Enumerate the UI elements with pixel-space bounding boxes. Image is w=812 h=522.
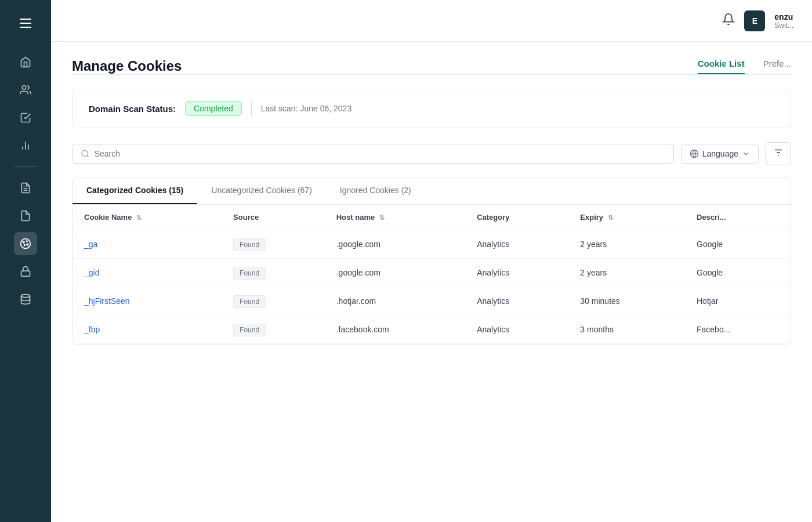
sidebar-item-tasks[interactable] — [14, 106, 37, 129]
cookie-host-cell: .google.com — [325, 259, 465, 287]
cookie-name-cell[interactable]: _fbp — [72, 316, 222, 344]
svg-point-13 — [24, 245, 26, 246]
status-divider — [251, 102, 252, 115]
cookie-desc-cell: Facebo... — [685, 316, 791, 344]
last-scan-info: Last scan: June 06, 2023 — [261, 104, 351, 113]
svg-point-11 — [27, 241, 28, 242]
cookie-category-cell: Analytics — [465, 316, 568, 344]
language-label: Language — [702, 149, 738, 158]
cookie-desc-cell: Google — [685, 230, 791, 259]
sort-icon-expiry: ⇅ — [608, 214, 613, 222]
notification-bell[interactable] — [722, 13, 735, 29]
tab-categorized-cookies[interactable]: Categorized Cookies (15) — [72, 177, 197, 204]
search-input[interactable] — [95, 149, 665, 158]
sidebar-item-cookies[interactable] — [14, 232, 37, 255]
domain-scan-status-card: Domain Scan Status: Completed Last scan:… — [72, 89, 791, 128]
page-tabs: Cookie List Prefe... — [698, 59, 791, 74]
svg-point-10 — [23, 241, 24, 243]
tab-ignored-cookies[interactable]: Ignored Cookies (2) — [326, 177, 425, 204]
tab-preferences[interactable]: Prefe... — [763, 59, 791, 74]
language-filter[interactable]: Language — [681, 144, 759, 164]
table-row: _fbp Found .facebook.com Analytics 3 mon… — [72, 316, 791, 344]
cookie-source-cell: Found — [222, 287, 325, 316]
cookie-host-cell: .facebook.com — [325, 316, 465, 344]
col-cookie-name[interactable]: Cookie Name ⇅ — [72, 205, 222, 230]
tab-divider — [72, 74, 791, 75]
search-filter-row: Language — [72, 142, 791, 165]
col-source: Source — [222, 205, 325, 230]
main-content: E enzu Swit... Manage Cookies Cookie Lis… — [51, 0, 812, 522]
cookie-desc-cell: Google — [685, 259, 791, 287]
cookie-name-cell[interactable]: _ga — [72, 230, 222, 259]
sidebar-item-home[interactable] — [14, 50, 37, 74]
cookie-category-cell: Analytics — [465, 230, 568, 259]
cookie-expiry-cell: 2 years — [568, 230, 685, 259]
cookie-source-cell: Found — [222, 259, 325, 287]
search-input-wrap[interactable] — [72, 144, 674, 164]
header: E enzu Swit... — [51, 0, 812, 42]
table-row: _gid Found .google.com Analytics 2 years… — [72, 259, 791, 287]
source-badge: Found — [233, 267, 266, 280]
cookie-category-tabs: Categorized Cookies (15) Uncategorized C… — [72, 177, 791, 205]
scan-status-label: Domain Scan Status: — [89, 104, 176, 114]
cookie-desc-cell: Hotjar — [685, 287, 791, 316]
menu-icon[interactable] — [14, 12, 37, 37]
cookie-source-cell: Found — [222, 230, 325, 259]
cookies-table: Cookie Name ⇅ Source Host name ⇅ Categor… — [72, 205, 791, 344]
cookie-category-cell: Analytics — [465, 259, 568, 287]
sidebar — [0, 0, 51, 522]
user-info: enzu Swit... — [774, 12, 793, 30]
svg-rect-2 — [20, 27, 31, 28]
sidebar-item-database[interactable] — [14, 288, 37, 311]
cookie-source-cell: Found — [222, 316, 325, 344]
cookie-expiry-cell: 3 months — [568, 316, 685, 344]
cookie-expiry-cell: 2 years — [568, 259, 685, 287]
svg-rect-0 — [20, 19, 31, 20]
tab-cookie-list[interactable]: Cookie List — [698, 59, 745, 74]
svg-line-17 — [87, 155, 89, 157]
sidebar-item-analytics[interactable] — [14, 134, 37, 157]
sort-icon-host: ⇅ — [379, 214, 385, 222]
sidebar-item-reports[interactable] — [14, 176, 37, 200]
header-actions: E enzu Swit... — [722, 10, 793, 31]
user-avatar[interactable]: E — [744, 10, 765, 31]
cookie-expiry-cell: 30 minutes — [568, 287, 685, 316]
table-row: _hjFirstSeen Found .hotjar.com Analytics… — [72, 287, 791, 316]
table-header-row: Cookie Name ⇅ Source Host name ⇅ Categor… — [72, 205, 791, 230]
svg-rect-1 — [20, 23, 31, 24]
svg-rect-14 — [21, 271, 30, 276]
source-badge: Found — [233, 324, 266, 336]
filter-button[interactable] — [766, 142, 791, 165]
cookie-table-wrap: Categorized Cookies (15) Uncategorized C… — [72, 177, 791, 345]
cookie-name-cell[interactable]: _gid — [72, 259, 222, 287]
cookie-category-cell: Analytics — [465, 287, 568, 316]
col-host-name[interactable]: Host name ⇅ — [325, 205, 465, 230]
sidebar-item-users[interactable] — [14, 78, 37, 102]
sidebar-item-documents[interactable] — [14, 204, 37, 227]
svg-point-16 — [82, 150, 88, 156]
page-content: Manage Cookies Cookie List Prefe... Doma… — [51, 42, 812, 522]
svg-point-9 — [21, 239, 31, 249]
tab-uncategorized-cookies[interactable]: Uncategorized Cookies (67) — [197, 177, 326, 204]
cookie-host-cell: .google.com — [325, 230, 465, 259]
search-icon — [81, 149, 90, 158]
col-description: Descri... — [685, 205, 791, 230]
col-expiry[interactable]: Expiry ⇅ — [568, 205, 685, 230]
page-title: Manage Cookies — [72, 58, 182, 74]
source-badge: Found — [233, 295, 266, 308]
svg-point-12 — [27, 244, 28, 245]
user-name: enzu — [774, 12, 793, 21]
cookie-host-cell: .hotjar.com — [325, 287, 465, 316]
sidebar-divider-1 — [14, 166, 37, 167]
globe-icon — [690, 149, 699, 158]
table-row: _ga Found .google.com Analytics 2 years … — [72, 230, 791, 259]
svg-point-15 — [21, 295, 30, 298]
cookie-name-cell[interactable]: _hjFirstSeen — [72, 287, 222, 316]
sidebar-item-security[interactable] — [14, 260, 37, 283]
source-badge: Found — [233, 238, 266, 251]
user-subtitle: Swit... — [774, 21, 793, 30]
chevron-down-icon — [742, 150, 750, 158]
sort-icon-name: ⇅ — [136, 214, 142, 222]
scan-status-badge: Completed — [185, 101, 242, 116]
col-category: Category — [465, 205, 568, 230]
